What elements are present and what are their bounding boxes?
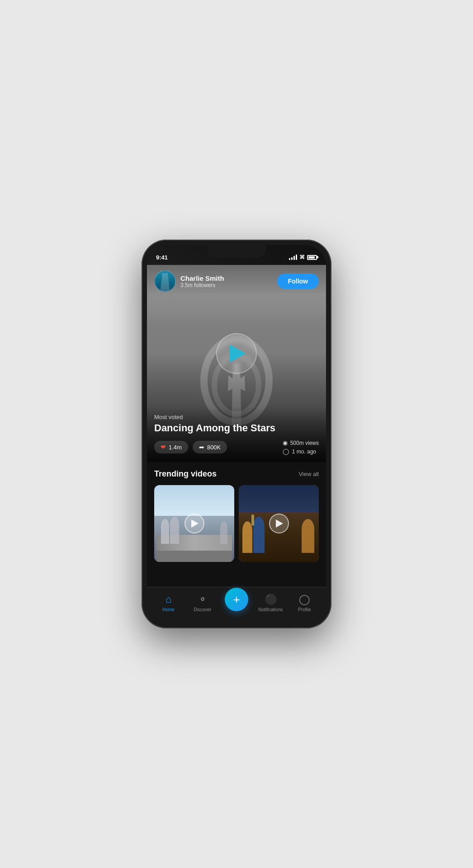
- phone-frame: 9:41 ⌘: [142, 240, 331, 628]
- user-left: Charlie Smith 3.5m followers: [154, 270, 224, 292]
- nav-profile[interactable]: ◯ Profile: [288, 594, 322, 612]
- trending-section: Trending videos View all: [147, 462, 326, 569]
- status-icons: ⌘: [289, 254, 317, 260]
- nav-add[interactable]: +: [219, 588, 253, 618]
- secondary-stats: ◉ 500m views ◯ 1 mo. ago: [283, 439, 319, 455]
- notifications-icon: ⚫: [265, 594, 277, 605]
- view-all-button[interactable]: View all: [298, 471, 319, 477]
- nav-discover[interactable]: ⚬ Discover: [185, 594, 219, 612]
- likes-count: 1.4m: [169, 444, 182, 451]
- avatar[interactable]: [154, 270, 176, 292]
- profile-icon: ◯: [299, 594, 310, 605]
- user-text: Charlie Smith 3.5m followers: [180, 274, 224, 288]
- play-icon: [230, 344, 246, 363]
- thumb-play-2[interactable]: [269, 514, 289, 533]
- clock-icon: ◯: [283, 448, 289, 455]
- plus-icon: +: [233, 594, 240, 605]
- discover-icon: ⚬: [199, 594, 207, 605]
- phone-screen: 9:41 ⌘: [147, 245, 326, 623]
- views-stat: ◉ 500m views: [283, 439, 319, 446]
- section-header: Trending videos View all: [154, 469, 319, 479]
- heart-icon: ❤: [161, 443, 166, 451]
- time-ago: 1 mo. ago: [292, 448, 316, 455]
- screen-content: 9:41 ⌘: [147, 245, 326, 623]
- username: Charlie Smith: [180, 274, 224, 282]
- time-stat: ◯ 1 mo. ago: [283, 448, 319, 455]
- home-icon: ⌂: [166, 594, 171, 605]
- shares-pill[interactable]: ➦ 800K: [193, 441, 227, 453]
- nav-notifications[interactable]: ⚫ Notifications: [254, 594, 288, 612]
- play-icon-2: [276, 519, 283, 528]
- video-tag: Most voted: [154, 414, 319, 420]
- video-thumbnail-2[interactable]: [239, 485, 319, 562]
- wifi-icon: ⌘: [299, 254, 305, 260]
- battery-icon: [307, 255, 317, 260]
- video-grid: [154, 485, 319, 562]
- add-button[interactable]: +: [225, 588, 248, 611]
- follow-button[interactable]: Follow: [277, 274, 319, 289]
- play-icon-1: [191, 519, 199, 528]
- bottom-nav: ⌂ Home ⚬ Discover + ⚫ Notifications: [147, 587, 326, 623]
- video-thumbnail-1[interactable]: [154, 485, 234, 562]
- user-info-bar: Charlie Smith 3.5m followers Follow: [147, 265, 326, 297]
- share-icon: ➦: [199, 443, 204, 451]
- play-button[interactable]: [216, 333, 257, 374]
- likes-pill[interactable]: ❤ 1.4m: [154, 441, 188, 453]
- nav-home[interactable]: ⌂ Home: [151, 594, 185, 612]
- views-count: 500m views: [290, 440, 319, 446]
- video-stats: ❤ 1.4m ➦ 800K ◉ 500m views: [154, 439, 319, 455]
- nav-home-label: Home: [162, 607, 175, 612]
- eye-icon: ◉: [283, 439, 288, 446]
- notch: [207, 245, 266, 258]
- time-display: 9:41: [156, 254, 168, 261]
- nav-discover-label: Discover: [194, 607, 211, 612]
- thumb-play-1[interactable]: [184, 514, 204, 533]
- video-title: Dancing Among the Stars: [154, 422, 319, 434]
- shares-count: 800K: [207, 444, 221, 451]
- nav-notifications-label: Notifications: [258, 607, 283, 612]
- followers-count: 3.5m followers: [180, 282, 224, 288]
- video-info-overlay: Most voted Dancing Among the Stars ❤ 1.4…: [147, 406, 326, 462]
- nav-profile-label: Profile: [298, 607, 311, 612]
- section-title: Trending videos: [154, 469, 217, 479]
- hero-video-section[interactable]: Charlie Smith 3.5m followers Follow Most…: [147, 245, 326, 462]
- signal-icon: [289, 255, 297, 260]
